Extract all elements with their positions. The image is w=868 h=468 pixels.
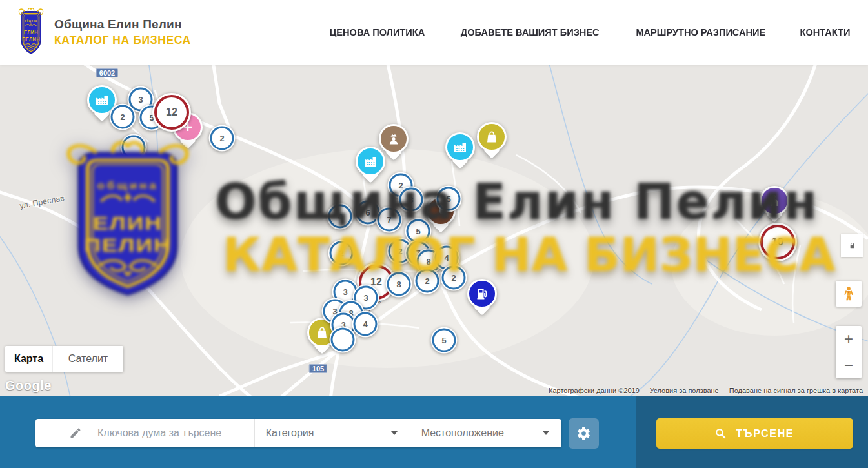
cluster-marker[interactable]: 7 [376, 207, 403, 233]
nav-route-schedule[interactable]: МАРШРУТНО РАЗПИСАНИЕ [636, 26, 766, 38]
cluster-marker[interactable] [330, 327, 356, 353]
cluster-marker[interactable]: 4 [327, 203, 354, 230]
nav-contacts[interactable]: КОНТАКТИ [800, 26, 851, 38]
municipality-emblem-icon: община ЕЛИН ПЕЛИН [16, 6, 46, 58]
nav-pricing-policy[interactable]: ЦЕНОВА ПОЛИТИКА [330, 26, 425, 38]
cluster-marker[interactable]: 2 [441, 265, 467, 291]
cluster-marker[interactable]: 8 [386, 271, 412, 298]
pencil-icon [69, 427, 82, 440]
report-error-link[interactable]: Подаване на сигнал за грешка в картата [729, 387, 863, 394]
map-canvas[interactable]: 6002105ул. Преславбул. „Новосел 32512223… [0, 65, 868, 396]
zoom-control: + − [836, 326, 862, 378]
scroll-lock-indicator [841, 234, 863, 257]
cluster-marker[interactable]: 2 [414, 268, 441, 294]
search-submit-button[interactable]: ТЪРСЕНЕ [656, 418, 853, 449]
search-fields-group: Категория Местоположение [35, 419, 561, 447]
map-type-control: Карта Сателит [5, 346, 123, 372]
street-view-pegman-button[interactable] [836, 281, 862, 307]
header: община ЕЛИН ПЕЛИН Община Елин Пелин КАТА… [0, 0, 868, 65]
location-select-value: Местоположение [421, 427, 504, 439]
cluster-marker[interactable]: 3 [398, 187, 425, 213]
zoom-in-button[interactable]: + [836, 326, 862, 352]
search-icon [714, 427, 727, 440]
site-title: Община Елин Пелин [54, 17, 191, 32]
svg-text:ЕЛИН: ЕЛИН [24, 30, 38, 36]
location-select[interactable]: Местоположение [410, 419, 561, 447]
chevron-down-icon [543, 431, 549, 435]
map-clusters-layer: 32512223564752278412822333834510 [0, 65, 868, 396]
category-select[interactable]: Категория [254, 419, 410, 447]
map-attribution: Картографски данни ©2019 Условия за полз… [549, 387, 863, 394]
lock-icon [847, 241, 857, 250]
svg-text:ПЕЛИН: ПЕЛИН [22, 36, 40, 43]
keyword-search-input[interactable] [96, 427, 228, 440]
search-submit-label: ТЪРСЕНЕ [736, 427, 794, 440]
pegman-icon [840, 285, 857, 302]
zoom-out-button[interactable]: − [836, 352, 862, 378]
cluster-marker[interactable]: 2 [328, 240, 355, 267]
cluster-marker[interactable]: 5 [431, 327, 458, 354]
map-copyright: Картографски данни ©2019 [549, 387, 640, 394]
google-logo[interactable]: Google [5, 378, 52, 393]
cluster-marker[interactable]: 2 [110, 104, 136, 130]
svg-text:община: община [25, 19, 37, 23]
search-bar: Категория Местоположение ТЪРСЕНЕ [0, 396, 868, 468]
satellite-type-button[interactable]: Сателит [52, 346, 123, 372]
keyword-field-wrap [35, 419, 254, 447]
nav-add-your-business[interactable]: ДОБАВЕТЕ ВАШИЯТ БИЗНЕС [461, 26, 600, 38]
advanced-settings-button[interactable] [569, 418, 599, 449]
map-type-button[interactable]: Карта [5, 346, 52, 372]
gear-icon [576, 426, 591, 441]
cluster-marker[interactable]: 5 [436, 186, 462, 212]
cluster-marker[interactable] [121, 134, 147, 161]
cluster-marker[interactable]: 4 [352, 311, 379, 338]
category-select-value: Категория [266, 427, 314, 439]
terms-link[interactable]: Условия за ползване [650, 387, 719, 394]
cluster-marker[interactable]: 10 [758, 223, 797, 261]
cluster-marker[interactable]: 12 [152, 93, 191, 132]
site-logo[interactable]: община ЕЛИН ПЕЛИН Община Елин Пелин КАТА… [16, 6, 191, 58]
chevron-down-icon [391, 431, 398, 435]
main-nav: ЦЕНОВА ПОЛИТИКА ДОБАВЕТЕ ВАШИЯТ БИЗНЕС М… [298, 26, 852, 38]
site-subtitle: КАТАЛОГ НА БИЗНЕСА [54, 34, 191, 47]
cluster-marker[interactable]: 2 [209, 125, 236, 152]
